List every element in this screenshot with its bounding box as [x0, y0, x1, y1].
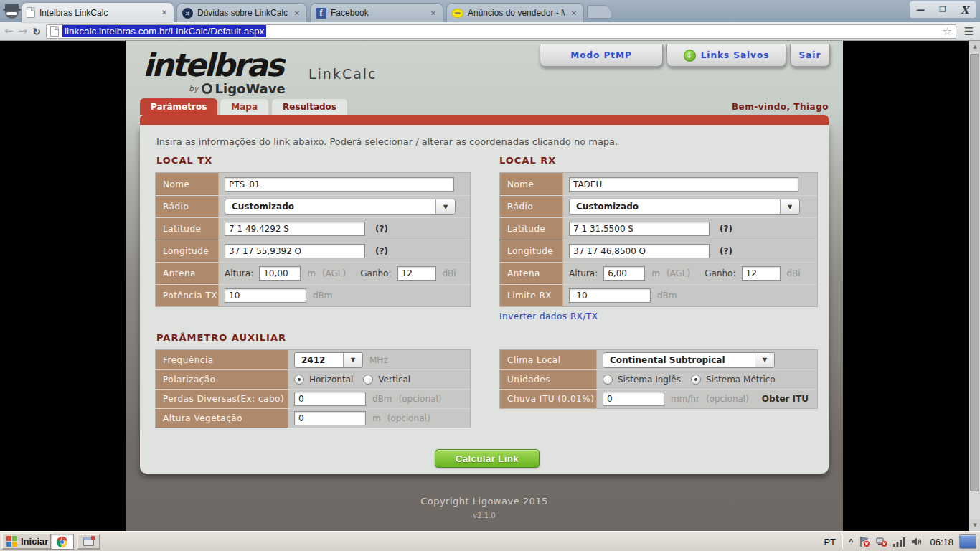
tab-close-icon[interactable]: ✕ [293, 9, 301, 17]
sistema-metrico-label: Sistema Métrico [706, 375, 776, 385]
clock[interactable]: 06:18 [930, 537, 953, 547]
tab-parametros[interactable]: Parâmetros [140, 98, 217, 115]
potencia-tx-label: Potência TX [156, 285, 219, 306]
chrome-taskbar-button[interactable] [50, 534, 74, 550]
signal-strength-icon[interactable] [893, 537, 905, 547]
rx-nome-input[interactable] [569, 177, 798, 192]
modo-ptmp-label: Modo PtMP [570, 50, 631, 60]
address-bar[interactable]: linkcalc.intelbras.com.br/LinkCalc/Defau… [46, 24, 956, 39]
window-badge-icon [83, 537, 94, 546]
tx-latitude-input[interactable] [225, 222, 365, 236]
rx-latitude-input[interactable] [569, 222, 710, 236]
dbi-unit: dBi [443, 268, 456, 278]
modo-ptmp-button[interactable]: Modo PtMP [540, 44, 663, 67]
opcional-label: (opcional) [706, 394, 749, 404]
latitude-label: Latitude [156, 218, 219, 240]
show-desktop-button[interactable] [959, 534, 976, 549]
close-button[interactable]: X [956, 4, 974, 16]
perdas-input[interactable] [294, 392, 366, 406]
dbm-unit: dBm [657, 291, 677, 301]
opcional-label: (opcional) [399, 394, 442, 404]
tx-potencia-input[interactable] [225, 288, 306, 303]
chuva-itu-label: Chuva ITU (0.01%) [500, 390, 597, 408]
tab-close-icon[interactable]: ✕ [570, 9, 578, 17]
table-row: Potência TX dBm [156, 284, 470, 306]
windows-logo-icon [6, 536, 17, 547]
download-icon: ↓ [684, 50, 696, 62]
table-row: Latitude (?) [156, 217, 470, 240]
horizontal-radio[interactable] [294, 375, 304, 385]
longitude-help-link[interactable]: (?) [720, 246, 732, 256]
chevron-up-icon[interactable]: ^ [849, 537, 853, 546]
frequencia-label: Frequência [156, 350, 288, 369]
obter-itu-link[interactable]: Obter ITU [762, 394, 809, 404]
table-row: Rádio Customizado ▼ [156, 195, 470, 217]
action-center-flag-icon[interactable] [859, 536, 870, 547]
sistema-ingles-radio[interactable] [603, 375, 613, 385]
app-taskbar-button[interactable] [77, 534, 100, 550]
restore-button[interactable]: ❐ [933, 5, 952, 14]
links-salvos-button[interactable]: ↓ Links Salvos [666, 44, 786, 67]
inverter-dados-link[interactable]: Inverter dados RX/TX [499, 311, 598, 321]
sair-button[interactable]: Sair [790, 44, 830, 67]
longitude-help-link[interactable]: (?) [375, 246, 388, 256]
dbi-unit: dBi [787, 268, 801, 278]
chuva-input[interactable] [603, 392, 664, 406]
local-tx-table: Nome Rádio Customizado ▼ Latitude [155, 172, 471, 307]
ganho-label: Ganho: [705, 268, 735, 278]
bookmark-star-icon[interactable]: ☆ [943, 25, 952, 38]
clima-dropdown[interactable]: Continental Subtropical ▼ [603, 352, 775, 368]
browser-tab-forum[interactable]: » Dúvidas sobre LinkCalc Intelb ✕ [176, 3, 307, 22]
rx-altura-input[interactable] [603, 266, 645, 281]
table-row: Nome [156, 173, 470, 195]
frequencia-dropdown[interactable]: 2412 ▼ [294, 352, 363, 368]
language-indicator[interactable]: PT [824, 537, 836, 547]
mmhr-unit: mm/hr [671, 394, 699, 404]
start-button[interactable]: Iniciar [1, 533, 55, 550]
vegetacao-input[interactable] [294, 411, 366, 425]
browser-tab-linkcalc[interactable]: Intelbras LinkCalc ✕ [22, 3, 174, 22]
sistema-metrico-radio[interactable] [691, 375, 701, 385]
rx-limite-input[interactable] [569, 288, 651, 303]
latitude-help-link[interactable]: (?) [720, 224, 732, 234]
tx-radio-dropdown[interactable]: Customizado ▼ [225, 199, 456, 215]
scroll-down-icon[interactable]: ▼ [969, 519, 980, 531]
scroll-up-icon[interactable]: ▲ [969, 41, 980, 52]
url-text[interactable]: linkcalc.intelbras.com.br/LinkCalc/Defau… [62, 25, 266, 37]
opcional-label: (opcional) [387, 413, 430, 423]
tab-mapa[interactable]: Mapa [220, 98, 269, 115]
tab-close-icon[interactable]: ✕ [429, 9, 438, 17]
minimize-button[interactable]: — [911, 5, 930, 15]
page-scrollbar[interactable]: ▲ ▼ [969, 41, 980, 531]
latitude-help-link[interactable]: (?) [375, 224, 388, 234]
limite-rx-label: Limite RX [500, 285, 563, 306]
calcular-link-button[interactable]: Calcular Link [435, 449, 540, 468]
browser-tab-mercadolivre[interactable]: Anúncios do vendedor - Mer ✕ [446, 3, 584, 22]
rx-radio-dropdown[interactable]: Customizado ▼ [569, 199, 800, 215]
vertical-radio[interactable] [363, 375, 373, 385]
tab-resultados[interactable]: Resultados [271, 98, 348, 115]
tx-longitude-input[interactable] [225, 244, 365, 258]
tab-close-icon[interactable]: ✕ [160, 9, 169, 17]
scrollbar-thumb[interactable] [970, 54, 979, 491]
taskbar: Iniciar PT ^ [0, 531, 980, 551]
forward-icon[interactable]: → [19, 26, 28, 37]
ganho-label: Ganho: [360, 268, 391, 278]
browser-toolbar: ← → ↻ linkcalc.intelbras.com.br/LinkCalc… [0, 22, 980, 41]
app-title: LinkCalc [308, 66, 377, 82]
horizontal-label: Horizontal [309, 375, 353, 385]
rx-ganho-input[interactable] [742, 266, 781, 281]
reload-icon[interactable]: ↻ [32, 26, 41, 37]
network-error-icon[interactable] [876, 536, 887, 547]
altura-label: Altura: [569, 268, 598, 278]
back-icon[interactable]: ← [4, 26, 14, 37]
tx-ganho-input[interactable] [397, 266, 436, 281]
volume-icon[interactable] [911, 537, 923, 547]
new-tab-button[interactable] [587, 5, 611, 19]
menu-icon[interactable]: ☰ [961, 25, 976, 38]
tx-altura-input[interactable] [259, 266, 301, 281]
tx-nome-input[interactable] [225, 177, 454, 192]
rx-longitude-input[interactable] [569, 244, 710, 258]
browser-tab-facebook[interactable]: f Facebook ✕ [310, 3, 443, 22]
frequencia-value: 2412 [295, 353, 343, 367]
